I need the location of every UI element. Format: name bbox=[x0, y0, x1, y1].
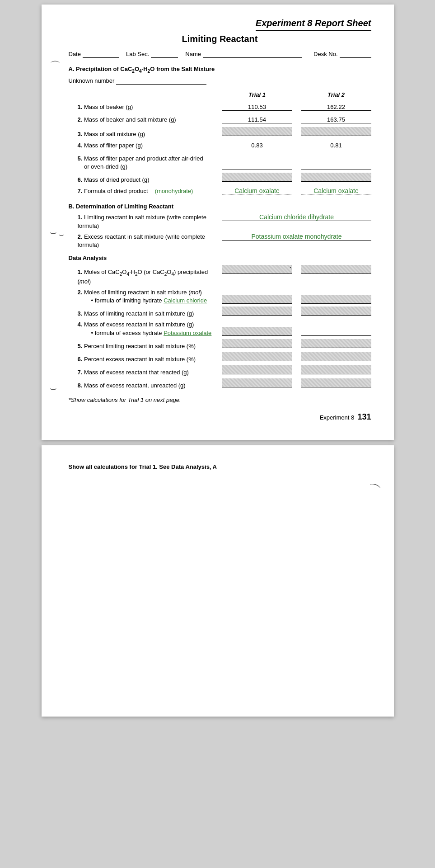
row-3-trial1[interactable] bbox=[222, 127, 292, 136]
da-row-4-sub: • formula of excess hydrate Potassium ox… bbox=[78, 330, 212, 336]
row-2-mass-beaker-salt: 2. Mass of beaker and salt mixture (g) 1… bbox=[69, 114, 371, 125]
curve-mark-bottom: ⌣ bbox=[50, 382, 57, 395]
row-3-trial2[interactable] bbox=[301, 127, 371, 136]
row-5-label: 5. Mass of filter paper and product afte… bbox=[69, 155, 222, 171]
da-row-8-trial2[interactable] bbox=[301, 378, 371, 387]
lab-sec-label: Lab Sec. bbox=[126, 51, 149, 57]
row-6-label: 6. Mass of dried product (g) bbox=[69, 176, 222, 184]
page-header: Experiment 8 Report Sheet bbox=[69, 18, 371, 31]
section-b-title: B. Determination of Limiting Reactant bbox=[69, 203, 371, 210]
da-row-6-trial1[interactable] bbox=[222, 352, 292, 361]
trial1-header: Trial 1 bbox=[222, 89, 292, 98]
da-row-5: 5. Percent limiting reactant in salt mix… bbox=[69, 339, 371, 350]
da-row-2-trial1[interactable] bbox=[222, 295, 292, 304]
limiting-reactant-value: Calcium chloride dihydrate bbox=[259, 213, 334, 221]
name-input[interactable] bbox=[203, 51, 302, 58]
section-b-row-1-label: 1. Limiting reactant in salt mixture (wr… bbox=[69, 213, 222, 230]
curve-decoration: ⌒ bbox=[364, 480, 383, 502]
da-row-2-formula: Calcium chloride bbox=[164, 297, 207, 304]
section-b-row-1-answer[interactable]: Calcium chloride dihydrate bbox=[222, 213, 371, 221]
da-row-1-trial2[interactable] bbox=[301, 265, 371, 274]
da-row-2-label: 2. Moles of limiting reactant in salt mi… bbox=[69, 288, 222, 305]
row-2-trial2[interactable]: 163.75 bbox=[301, 114, 371, 123]
row-1-label: 1. Mass of beaker (g) bbox=[69, 103, 222, 111]
date-label: Date bbox=[69, 51, 81, 57]
da-row-7-label: 7. Mass of excess reactant that reacted … bbox=[69, 368, 222, 377]
title-num: 8 bbox=[307, 18, 312, 28]
da-row-1-label: 1. Moles of CaC2O4·H2O (or CaC2O4) preci… bbox=[69, 268, 222, 286]
section-a-title: A. Precipitation of CaC2O4·H2O from the … bbox=[69, 66, 371, 74]
row-2-label: 2. Mass of beaker and salt mixture (g) bbox=[69, 116, 222, 124]
row-4-trial1[interactable]: 0.83 bbox=[222, 140, 292, 149]
title-suffix: Report Sheet bbox=[312, 18, 371, 28]
row-4-trial2-value: 0.81 bbox=[330, 142, 341, 149]
header-form-line: Date Lab Sec. Name Desk No. bbox=[69, 51, 371, 59]
da-row-7-trial2[interactable] bbox=[301, 365, 371, 374]
row-2-trial2-value: 163.75 bbox=[327, 116, 345, 123]
da-row-7: 7. Mass of excess reactant that reacted … bbox=[69, 365, 371, 377]
da-row-4-label: 4. Mass of excess reactant in salt mixtu… bbox=[69, 321, 222, 337]
row-1-trial1-value: 110.53 bbox=[248, 104, 266, 110]
excess-reactant-value: Potassium oxalate monohydrate bbox=[252, 233, 342, 240]
desk-label: Desk No. bbox=[313, 51, 337, 57]
row-7-label: 7. Formula of dried product (monohydrate… bbox=[69, 187, 222, 195]
page2-text: Show all calculations for Trial 1. See D… bbox=[69, 463, 217, 470]
row-4-mass-filter-paper: 4. Mass of filter paper (g) 0.83 0.81 bbox=[69, 140, 371, 151]
da-row-3-trial2[interactable] bbox=[301, 307, 371, 316]
row-6-trial2[interactable] bbox=[301, 173, 371, 182]
page-title: Experiment 8 Report Sheet bbox=[256, 18, 371, 31]
name-label: Name bbox=[185, 51, 201, 57]
data-analysis-title: Data Analysis bbox=[69, 255, 371, 261]
da-row-8-trial1[interactable] bbox=[222, 378, 292, 387]
row-7-trial2[interactable]: Calcium oxalate bbox=[301, 186, 371, 195]
monohydrate-label: (monohydrate) bbox=[155, 188, 193, 194]
da-row-4-trial1[interactable] bbox=[222, 327, 292, 336]
row-1-trial2-value: 162.22 bbox=[327, 104, 345, 110]
da-row-4-trial2[interactable] bbox=[301, 327, 371, 336]
data-table-a: Trial 1 Trial 2 1. Mass of beaker (g) 11… bbox=[69, 89, 371, 197]
row-4-trial1-value: 0.83 bbox=[251, 142, 262, 149]
experiment-label: Experiment 8 bbox=[320, 414, 355, 421]
da-row-6: 6. Percent excess reactant in salt mixtu… bbox=[69, 352, 371, 363]
da-row-1-trial1[interactable]: • bbox=[222, 265, 292, 274]
title-prefix: Experiment bbox=[256, 18, 307, 28]
da-row-4: 4. Mass of excess reactant in salt mixtu… bbox=[69, 320, 371, 337]
page-footer: Experiment 8 131 bbox=[69, 412, 371, 422]
row-1-trial1[interactable]: 110.53 bbox=[222, 102, 292, 111]
unknown-input[interactable] bbox=[116, 77, 206, 85]
row-2-trial1[interactable]: 111.54 bbox=[222, 114, 292, 123]
curve-mark-2: ⌣ bbox=[59, 229, 64, 241]
da-row-6-trial2[interactable] bbox=[301, 352, 371, 361]
row-7-trial2-value: Calcium oxalate bbox=[313, 187, 359, 194]
curve-mark-mid: ⌣ bbox=[50, 226, 57, 239]
name-field: Name bbox=[185, 51, 302, 58]
da-row-7-trial1[interactable] bbox=[222, 365, 292, 374]
row-5-trial1[interactable] bbox=[222, 161, 292, 170]
show-calc-note: *Show calculations for Trial 1 on next p… bbox=[69, 396, 371, 403]
trial2-header: Trial 2 bbox=[301, 89, 371, 98]
page-number: 131 bbox=[357, 412, 371, 421]
date-field: Date bbox=[69, 51, 119, 58]
unknown-label: Unknown number bbox=[69, 77, 115, 84]
row-1-trial2[interactable]: 162.22 bbox=[301, 102, 371, 111]
date-input[interactable] bbox=[83, 51, 119, 58]
row-7-trial1[interactable]: Calcium oxalate bbox=[222, 186, 292, 195]
da-row-5-trial2[interactable] bbox=[301, 339, 371, 348]
lab-sec-input[interactable] bbox=[151, 51, 178, 58]
section-b-row-2-answer[interactable]: Potassium oxalate monohydrate bbox=[222, 233, 371, 241]
desk-input[interactable] bbox=[340, 51, 371, 58]
row-4-trial2[interactable]: 0.81 bbox=[301, 140, 371, 149]
row-5-trial2[interactable] bbox=[301, 161, 371, 170]
row-6-trial1[interactable] bbox=[222, 173, 292, 182]
da-row-2-trial2[interactable] bbox=[301, 295, 371, 304]
desk-field: Desk No. bbox=[313, 51, 371, 58]
row-6-mass-dried-product: 6. Mass of dried product (g) bbox=[69, 173, 371, 184]
curve-mark-top: ⌒ bbox=[50, 59, 61, 73]
da-row-3: 3. Mass of limiting reactant in salt mix… bbox=[69, 307, 371, 318]
section-b-row-2-label: ⌣ 2. Excess reactant in salt mixture (wr… bbox=[69, 233, 222, 249]
page-2: Show all calculations for Trial 1. See D… bbox=[42, 445, 394, 717]
page2-content: Show all calculations for Trial 1. See D… bbox=[69, 459, 371, 470]
row-4-label: 4. Mass of filter paper (g) bbox=[69, 142, 222, 150]
da-row-3-trial1[interactable] bbox=[222, 307, 292, 316]
da-row-5-trial1[interactable] bbox=[222, 339, 292, 348]
